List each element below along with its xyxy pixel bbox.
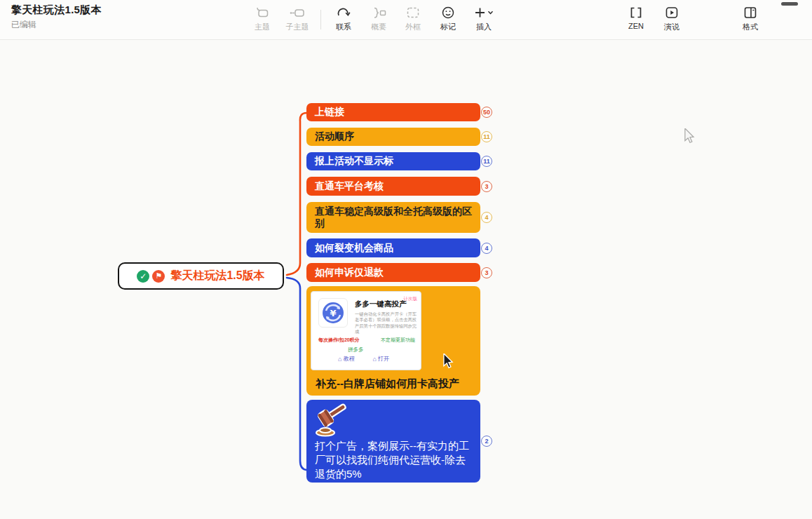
topic-icon — [255, 5, 270, 20]
topic-huodong-shunxu[interactable]: 活动顺序 — [306, 128, 480, 146]
marker-smiley-icon — [440, 5, 456, 20]
root-topic-label: 擎天柱玩法1.5版本 — [170, 269, 264, 283]
svg-text:¥: ¥ — [330, 308, 336, 318]
card-link-label: 打开 — [378, 355, 389, 363]
card-links: ⌂教程 ⌂打开 — [338, 355, 389, 363]
supplement-caption: 补充--白牌店铺如何用卡高投产 — [316, 377, 459, 391]
subtopic-icon — [289, 5, 306, 20]
zen-mode-icon — [628, 5, 644, 20]
card-link-open: ⌂打开 — [372, 355, 388, 363]
house-icon: ⌂ — [372, 356, 376, 363]
ad-topic-text: 打个广告，案例展示--有实力的工厂可以找我们纯佣代运营收-除去退货的5% — [315, 439, 475, 481]
toolbar-label: 外框 — [405, 22, 421, 32]
topic-count-badge[interactable]: 3 — [481, 181, 492, 192]
yuan-refresh-icon: ¥ — [320, 300, 346, 325]
toolbar-label: ZEN — [628, 22, 644, 30]
toolbar-label: 概要 — [371, 22, 386, 32]
card-platform-text: 拼多多 — [348, 346, 364, 353]
toolbar-label: 主题 — [255, 22, 270, 32]
mindmap-canvas[interactable]: ✓ ⚑ 擎天柱玩法1.5版本 上链接 活动顺序 报上活动不显示标 直通车平台考核… — [0, 40, 812, 519]
topic-shensu-tuikuan[interactable]: 如何申诉仅退款 — [306, 263, 480, 282]
topic-count-badge[interactable]: 2 — [481, 436, 492, 447]
play-icon — [664, 5, 679, 20]
toolbar-label: 格式 — [743, 22, 758, 32]
topic-label: 报上活动不显示标 — [315, 155, 393, 168]
root-topic[interactable]: ✓ ⚑ 擎天柱玩法1.5版本 — [118, 262, 284, 290]
relationship-icon — [335, 5, 352, 20]
toolbar-label: 演说 — [664, 22, 679, 32]
topic-count-badge[interactable]: 50 — [481, 107, 492, 118]
insert-plus-icon — [473, 5, 495, 20]
topic-supplement-gaotouchan[interactable]: ¥ 多多一键高投产 计次版 一键自动化卡高投产开卡（开车老手必看）双倍额，点击去… — [306, 286, 480, 396]
app-tile: ¥ — [318, 298, 348, 328]
window-drag-handle[interactable] — [781, 2, 798, 6]
topic-count-badge[interactable]: 11 — [481, 156, 492, 167]
card-note-text: 不定期更新功能 — [381, 337, 415, 344]
toolbar-button-format[interactable]: 格式 — [728, 5, 773, 32]
house-icon: ⌂ — [338, 356, 341, 363]
topic-baoshang-huodong[interactable]: 报上活动不显示标 — [306, 152, 480, 170]
topic-label: 如何申诉仅退款 — [315, 267, 384, 279]
topic-label: 活动顺序 — [315, 130, 354, 143]
toolbar-button-insert[interactable]: 插入 — [461, 5, 506, 32]
toolbar: 擎天柱玩法1.5版本 已编辑 主题 子主题 联系 — [0, 0, 812, 40]
topic-label: 如何裂变机会商品 — [315, 242, 393, 255]
card-link-tutorial: ⌂教程 — [338, 355, 354, 363]
mouse-cursor-icon — [441, 353, 455, 369]
toolbar-label: 标记 — [440, 22, 456, 32]
topic-zhitongche-qubie[interactable]: 直通车稳定高级版和全托高级版的区别 — [306, 202, 480, 233]
document-meta: 擎天柱玩法1.5版本 已编辑 — [11, 4, 102, 31]
embedded-card-image[interactable]: ¥ 多多一键高投产 计次版 一键自动化卡高投产开卡（开车老手必看）双倍额，点击去… — [311, 291, 421, 370]
toolbar-button-presentation[interactable]: 演说 — [649, 5, 694, 32]
card-title: 多多一键高投产 — [355, 299, 407, 309]
document-title: 擎天柱玩法1.5版本 — [11, 4, 102, 17]
toolbar-label: 插入 — [476, 22, 492, 32]
topic-label: 直通车平台考核 — [315, 180, 384, 193]
toolbar-label: 子主题 — [286, 22, 309, 32]
gavel-icon — [312, 403, 353, 438]
card-edition-tag: 计次版 — [404, 296, 418, 302]
check-icon: ✓ — [137, 270, 149, 283]
topic-zhitongche-kaohe[interactable]: 直通车平台考核 — [306, 177, 480, 196]
topic-count-badge[interactable]: 4 — [481, 212, 492, 223]
topic-shanglianjie[interactable]: 上链接 — [306, 103, 480, 121]
topic-count-badge[interactable]: 11 — [481, 131, 492, 142]
boundary-icon — [405, 5, 421, 20]
document-status: 已编辑 — [11, 19, 102, 31]
topic-label: 直通车稳定高级版和全托高级版的区别 — [315, 205, 472, 229]
summary-icon — [370, 5, 387, 20]
card-description: 一键自动化卡高投产开卡（开车老手必看）双倍额，点击去高投产后第十个跟踪数据传输同… — [355, 311, 419, 335]
flag-icon: ⚑ — [152, 270, 165, 283]
ghost-cursor-icon — [682, 128, 696, 144]
topic-liebian-shangpin[interactable]: 如何裂变机会商品 — [306, 238, 480, 257]
card-cost-text: 每次操作/扣20积分 — [318, 337, 360, 344]
toolbar-label: 联系 — [336, 22, 351, 32]
topic-ad-daiyunying[interactable]: 打个广告，案例展示--有实力的工厂可以找我们纯佣代运营收-除去退货的5% — [306, 400, 480, 483]
card-link-label: 教程 — [343, 355, 354, 363]
topic-count-badge[interactable]: 3 — [481, 267, 492, 278]
topic-count-badge[interactable]: 4 — [481, 243, 492, 254]
toolbar-button-subtopic[interactable]: 子主题 — [275, 5, 320, 32]
format-panel-icon — [743, 5, 758, 20]
topic-label: 上链接 — [315, 106, 344, 119]
